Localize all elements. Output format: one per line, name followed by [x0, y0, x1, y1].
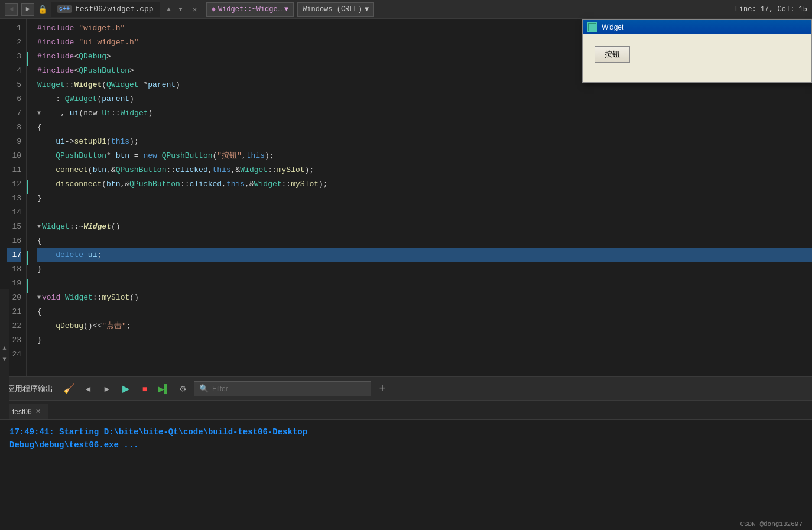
code-line-24 [37, 347, 812, 362]
filter-box: 🔍 [194, 381, 371, 396]
code-line-10: QPushButton* btn = new QPushButton("按钮",… [37, 149, 812, 163]
next-output-button[interactable]: ► [99, 381, 115, 396]
output-panel-title: 应用程序输出 [7, 383, 53, 394]
forward-button[interactable]: ► [21, 3, 34, 16]
back-button[interactable]: ◄ [5, 3, 18, 16]
code-line-17: delete ui; [37, 248, 812, 262]
settings-button[interactable]: ⚙ [175, 381, 190, 396]
code-line-7: ▼ , ui(new Ui::Widget) [37, 106, 812, 121]
code-line-23: } [37, 333, 812, 347]
diamond-icon: ◆ [212, 5, 216, 14]
output-tab-close-button[interactable]: ✕ [35, 408, 41, 415]
line-col-indicator: Line: 17, Col: 15 [735, 5, 807, 14]
code-line-14 [37, 206, 812, 220]
run-skip-button[interactable]: ▶▌ [156, 381, 171, 396]
output-tab-label: test06 [12, 408, 32, 416]
widget-app-icon [587, 22, 597, 32]
code-line-16: { [37, 234, 812, 248]
output-scroll-up[interactable]: ▲ [2, 343, 6, 354]
code-line-15: ▼Widget::~Widget() [37, 220, 812, 234]
qt-demo-button[interactable]: 按钮 [595, 46, 630, 63]
code-line-18: } [37, 262, 812, 277]
code-line-6: : QWidget(parent) [37, 92, 812, 106]
close-tab-button[interactable]: ✕ [190, 4, 200, 15]
main-area: 1 2 3 4 5 6 7 8 9 10 11 12 13 14 15 16 1… [0, 19, 812, 376]
output-text-line1: 17:49:41: Starting D:\bite\bite-Qt\code\… [9, 425, 803, 438]
code-line-21: { [37, 305, 812, 319]
output-toolbar: 应用程序输出 🧹 ◄ ► ▶ ■ ▶▌ ⚙ 🔍 + [0, 377, 812, 401]
filter-input[interactable] [212, 385, 366, 393]
widget-title: Widget [602, 23, 623, 31]
add-output-button[interactable]: + [375, 381, 390, 396]
output-text-line2: Debug\debug\test06.exe ... [9, 438, 803, 451]
output-scroll-down[interactable]: ▼ [2, 354, 6, 365]
tab-nav: ▲ ▼ [164, 4, 186, 15]
function-label: Widget::~Widge… [218, 5, 282, 14]
file-tab[interactable]: c++ test06/widget.cpp [51, 2, 160, 17]
output-panel: 应用程序输出 🧹 ◄ ► ▶ ■ ▶▌ ⚙ 🔍 + test06 ✕ ▲ ▼ 1… [0, 376, 812, 530]
status-bar: CSDN @dong132697 [735, 519, 807, 529]
code-line-11: connect(btn,&QPushButton::clicked,this,&… [37, 163, 812, 177]
function-selector[interactable]: ◆ Widget::~Widge… ▼ [206, 2, 294, 17]
code-line-19 [37, 277, 812, 291]
cpp-icon: c++ [57, 5, 72, 13]
output-scroll-indicator: ▲ ▼ [0, 289, 9, 419]
output-tabs: test06 ✕ ▲ ▼ [0, 401, 812, 420]
widget-body[interactable]: 按钮 [583, 34, 811, 82]
dropdown-arrow-icon: ▼ [284, 5, 288, 14]
encoding-selector[interactable]: Windows (CRLF) ▼ [297, 2, 374, 17]
encoding-label: Windows (CRLF) [303, 5, 362, 14]
lock-icon: 🔒 [38, 5, 47, 14]
file-name: test06/widget.cpp [75, 5, 154, 14]
prev-output-button[interactable]: ◄ [80, 381, 96, 396]
clear-output-button[interactable]: 🧹 [61, 381, 77, 396]
tab-next[interactable]: ▼ [176, 4, 186, 15]
search-icon: 🔍 [199, 384, 209, 394]
credit-text: CSDN @dong132697 [740, 521, 803, 528]
code-line-20: ▼void Widget::mySlot() [37, 291, 812, 305]
widget-preview-window: Widget 按钮 [582, 19, 812, 83]
tab-prev[interactable]: ▲ [164, 4, 174, 15]
code-line-12: disconnect(btn,&QPushButton::clicked,thi… [37, 177, 812, 191]
code-line-9: ui->setupUi(this); [37, 135, 812, 149]
title-bar: ◄ ► 🔒 c++ test06/widget.cpp ▲ ▼ ✕ ◆ Widg… [0, 0, 812, 19]
line-indicators [27, 19, 30, 376]
output-tab-test06[interactable]: test06 ✕ [5, 404, 48, 419]
widget-titlebar: Widget [583, 20, 811, 34]
stop-button[interactable]: ■ [137, 381, 152, 396]
code-line-13: } [37, 191, 812, 206]
output-content: 17:49:41: Starting D:\bite\bite-Qt\code\… [0, 420, 812, 530]
run-button[interactable]: ▶ [118, 381, 134, 396]
code-line-22: qDebug()<<"点击"; [37, 319, 812, 333]
encoding-dropdown-icon: ▼ [365, 5, 369, 14]
code-line-8: { [37, 121, 812, 135]
